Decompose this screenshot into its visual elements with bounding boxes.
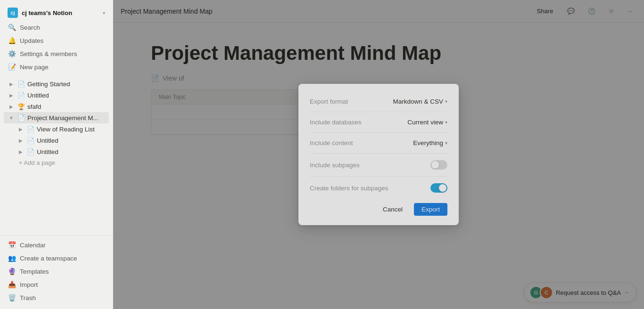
include-subpages-toggle-container [430,160,447,170]
trash-label: Trash [20,294,36,301]
untitled1-label: Untitled [27,92,107,99]
sidebar-item-getting-started[interactable]: ▶ 📄 Getting Started [4,78,109,89]
divider-4 [310,176,447,177]
sidebar-item-untitled-1[interactable]: ▶ 📄 Untitled [4,89,109,101]
include-databases-label: Include databases [310,119,362,126]
include-databases-value: Current view [407,119,443,126]
export-format-label: Export format [310,98,348,105]
create-folders-toggle[interactable] [430,183,447,193]
untitled3-label: Untitled [37,148,107,155]
add-page-button[interactable]: + Add a page [4,157,109,168]
sidebar: cj cj teams's Notion ▾ 🔍 Search 🔔 Update… [0,0,113,309]
calendar-label: Calendar [20,242,46,249]
sidebar-item-untitled-3[interactable]: ▶ 📄 Untitled [4,146,109,157]
getting-started-label: Getting Started [27,81,107,88]
workspace-name: cj teams's Notion [22,9,99,16]
include-databases-row: Include databases Current view ▾ [310,114,447,130]
sidebar-item-import[interactable]: 📥 Import [4,278,109,291]
toggle-getting-started-icon[interactable]: ▶ [8,80,15,88]
new-page-icon: 📝 [8,63,16,71]
main-content: Project Management Mind Map Share 💬 🕐 ☆ … [113,0,644,309]
sidebar-item-view-reading-list[interactable]: ▶ 📄 View of Reading List [4,123,109,135]
workspace-icon: cj [8,8,18,18]
include-content-value: Everything [413,139,443,146]
divider-3 [310,153,447,154]
toggle-project-mgmt-icon[interactable]: ▼ [8,114,15,122]
sidebar-item-untitled-2[interactable]: ▶ 📄 Untitled [4,135,109,146]
templates-label: Templates [20,268,49,275]
updates-label: Updates [20,37,43,44]
workspace-row[interactable]: cj cj teams's Notion ▾ [4,5,109,21]
toggle-sfafd-icon[interactable]: ▶ [8,103,15,110]
settings-label: Settings & members [20,50,77,57]
project-mgmt-label: Project Management M... [27,114,107,122]
export-format-row: Export format Markdown & CSV ▾ [310,93,447,110]
toggle-reading-list-icon[interactable]: ▶ [17,125,25,133]
include-content-label: Include content [310,139,353,146]
sidebar-item-sfafd[interactable]: ▶ 🏆 sfafd [4,101,109,112]
sidebar-item-updates[interactable]: 🔔 Updates [4,34,109,47]
create-folders-label: Create folders for subpages [310,185,388,192]
untitled2-label: Untitled [37,137,107,144]
teamspace-label: Create a teamspace [20,255,77,262]
create-folders-toggle-container [430,183,447,193]
settings-icon: ⚙️ [8,49,16,58]
calendar-icon: 📅 [8,241,16,249]
sidebar-item-create-teamspace[interactable]: 👥 Create a teamspace [4,252,109,265]
reading-list-label: View of Reading List [37,126,107,133]
search-label: Search [20,24,40,31]
sidebar-item-project-mgmt[interactable]: ▼ 📄 Project Management M... [4,112,109,123]
create-folders-toggle-knob [439,184,446,192]
sidebar-item-search[interactable]: 🔍 Search [4,21,109,34]
trash-icon: 🗑️ [8,293,16,302]
add-page-label: + Add a page [19,159,55,166]
untitled2-page-icon: 📄 [26,136,35,145]
project-mgmt-page-icon: 📄 [17,114,25,122]
new-page-label: New page [20,64,49,71]
include-subpages-label: Include subpages [310,162,360,169]
dialog-actions: Cancel Export [310,197,447,216]
include-content-chevron-icon: ▾ [445,140,447,146]
sidebar-item-trash[interactable]: 🗑️ Trash [4,291,109,304]
toggle-untitled1-icon[interactable]: ▶ [8,91,15,99]
import-icon: 📥 [8,280,16,289]
include-content-dropdown[interactable]: Everything ▾ [413,139,447,146]
sidebar-item-templates[interactable]: 🔮 Templates [4,265,109,278]
export-format-chevron-icon: ▾ [445,99,447,104]
create-folders-row: Create folders for subpages [310,179,447,197]
untitled1-page-icon: 📄 [17,91,25,99]
search-icon: 🔍 [8,23,16,32]
include-subpages-toggle[interactable] [430,160,447,170]
export-format-value: Markdown & CSV [393,98,443,105]
sidebar-top: cj cj teams's Notion ▾ 🔍 Search 🔔 Update… [0,0,113,75]
sidebar-item-calendar[interactable]: 📅 Calendar [4,238,109,252]
sidebar-tree: ▶ 📄 Getting Started ▶ 📄 Untitled ▶ 🏆 sfa… [0,75,113,169]
cancel-button[interactable]: Cancel [376,203,409,216]
sfafd-icon: 🏆 [17,102,25,111]
toggle-untitled3-icon[interactable]: ▶ [17,148,25,155]
teamspace-icon: 👥 [8,254,16,262]
include-databases-dropdown[interactable]: Current view ▾ [407,119,447,126]
untitled3-page-icon: 📄 [26,147,35,156]
export-format-dropdown[interactable]: Markdown & CSV ▾ [393,98,447,105]
include-subpages-toggle-knob [431,161,439,169]
include-content-row: Include content Everything ▾ [310,135,447,151]
divider-1 [310,112,447,112]
sidebar-bottom: 📅 Calendar 👥 Create a teamspace 🔮 Templa… [0,235,113,309]
divider-2 [310,132,447,133]
sidebar-item-settings[interactable]: ⚙️ Settings & members [4,47,109,60]
include-databases-chevron-icon: ▾ [445,120,447,125]
workspace-chevron-icon: ▾ [103,10,105,16]
include-subpages-row: Include subpages [310,155,447,174]
export-button[interactable]: Export [414,203,447,216]
export-dialog: Export format Markdown & CSV ▾ Include d… [298,84,459,225]
templates-icon: 🔮 [8,267,16,276]
sidebar-item-new-page[interactable]: 📝 New page [4,60,109,73]
modal-overlay: Export format Markdown & CSV ▾ Include d… [113,0,644,309]
reading-list-page-icon: 📄 [26,125,35,133]
updates-icon: 🔔 [8,36,16,45]
sfafd-label: sfafd [27,103,107,110]
toggle-untitled2-icon[interactable]: ▶ [17,137,25,144]
import-label: Import [20,281,38,288]
getting-started-page-icon: 📄 [17,80,25,88]
